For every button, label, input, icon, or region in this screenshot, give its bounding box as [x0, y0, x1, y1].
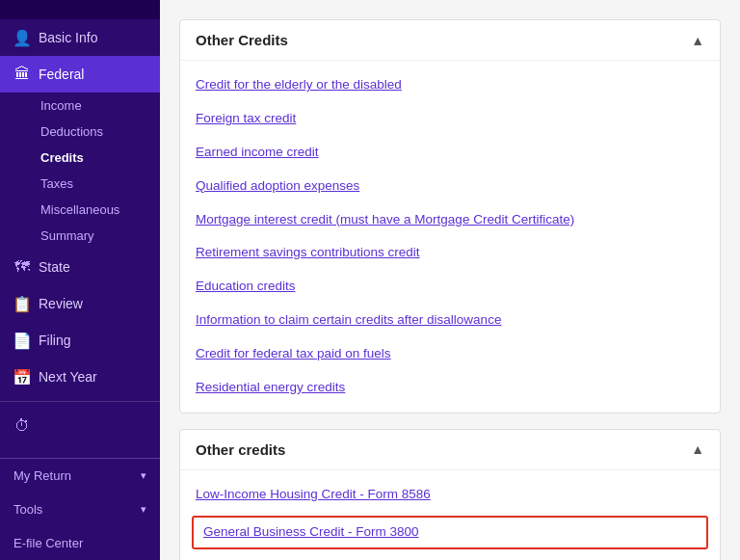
collapse-icon-other-credits-bottom: ▲ [691, 441, 704, 457]
sidebar-subitem-income[interactable]: Income [0, 93, 160, 119]
link-retirement-savings[interactable]: Retirement savings contributions credit [180, 236, 720, 270]
tools-label: Tools [13, 502, 42, 517]
link-earned-income[interactable]: Earned income credit [180, 136, 720, 170]
section-other-credits-top: Other Credits ▲ Credit for the elderly o… [179, 19, 721, 413]
e-file-center-label: E-file Center [13, 536, 83, 550]
section-title-other-credits-bottom: Other credits [196, 441, 285, 458]
link-mortgage-interest[interactable]: Mortgage interest credit (must have a Mo… [180, 203, 720, 237]
sidebar-bottom-items: My Return▾Tools▾E-file Center [0, 459, 160, 560]
federal-icon: 🏛 [13, 66, 31, 83]
sidebar-item-federal[interactable]: 🏛 Federal [0, 56, 160, 93]
link-claim-certain[interactable]: Information to claim certain credits aft… [180, 304, 720, 337]
link-fuel-tax[interactable]: Credit for federal tax paid on fuels [180, 337, 720, 371]
sidebar-item-next-year[interactable]: 📅 Next Year [0, 359, 160, 395]
sidebar-bottom-my-return[interactable]: My Return▾ [0, 459, 160, 493]
sidebar-item-state[interactable]: 🗺 State [0, 249, 160, 285]
sidebar-bottom: My Return▾Tools▾E-file Center [0, 458, 160, 560]
section-other-credits-bottom: Other credits ▲ Low-Income Housing Credi… [179, 429, 721, 560]
federal-label: Federal [39, 67, 84, 82]
link-elderly-disabled[interactable]: Credit for the elderly or the disabled [180, 68, 720, 102]
link-education[interactable]: Education credits [180, 270, 720, 304]
next-year-label: Next Year [39, 369, 97, 385]
my-return-chevron: ▾ [141, 469, 146, 482]
sidebar-subnav-federal: IncomeDeductionsCreditsTaxesMiscellaneou… [0, 93, 160, 249]
sidebar-item-file-extension[interactable]: ⏱ [0, 408, 160, 444]
sidebar-nav: 👤 Basic Info 🏛 Federal IncomeDeductionsC… [0, 19, 160, 395]
link-residential-energy[interactable]: Residential energy credits [180, 371, 720, 405]
filing-label: Filing [39, 333, 70, 348]
next-year-icon: 📅 [13, 368, 31, 386]
state-icon: 🗺 [13, 258, 31, 276]
sidebar: 👤 Basic Info 🏛 Federal IncomeDeductionsC… [0, 0, 160, 560]
collapse-icon-other-credits-top: ▲ [691, 33, 704, 48]
section-links-other-credits-bottom: Low-Income Housing Credit - Form 8586Gen… [180, 470, 720, 560]
link-adoption[interactable]: Qualified adoption expenses [180, 170, 720, 203]
file-extension-icon: ⏱ [13, 417, 31, 435]
section-links-other-credits-top: Credit for the elderly or the disabledFo… [180, 61, 720, 413]
section-header-other-credits-top[interactable]: Other Credits ▲ [180, 20, 720, 61]
sidebar-subitem-taxes[interactable]: Taxes [0, 171, 160, 197]
basic-info-icon: 👤 [13, 29, 31, 46]
sidebar-subitem-credits[interactable]: Credits [0, 145, 160, 171]
section-header-other-credits-bottom[interactable]: Other credits ▲ [180, 430, 720, 470]
sidebar-subitem-summary[interactable]: Summary [0, 223, 160, 249]
sidebar-subitem-deductions[interactable]: Deductions [0, 119, 160, 145]
filing-icon: 📄 [13, 332, 31, 349]
my-return-label: My Return [13, 468, 71, 483]
sidebar-item-filing[interactable]: 📄 Filing [0, 322, 160, 359]
state-label: State [39, 259, 70, 275]
link-low-income-housing[interactable]: Low-Income Housing Credit - Form 8586 [180, 478, 720, 512]
review-icon: 📋 [13, 295, 31, 312]
sidebar-bottom-tools[interactable]: Tools▾ [0, 493, 160, 526]
sections-container: Other Credits ▲ Credit for the elderly o… [179, 19, 721, 560]
tools-chevron: ▾ [141, 503, 146, 516]
main-content: Other Credits ▲ Credit for the elderly o… [160, 0, 740, 560]
sidebar-item-basic-info[interactable]: 👤 Basic Info [0, 19, 160, 56]
review-label: Review [39, 296, 83, 311]
sidebar-header [0, 0, 160, 19]
sidebar-item-review[interactable]: 📋 Review [0, 285, 160, 322]
link-prior-year-min-tax[interactable]: Credit for Prior Year Minimum Tax - Form… [180, 553, 720, 560]
sidebar-bottom-e-file-center[interactable]: E-file Center [0, 526, 160, 560]
section-title-other-credits-top: Other Credits [196, 32, 288, 48]
basic-info-label: Basic Info [39, 30, 97, 45]
link-general-business[interactable]: General Business Credit - Form 3800 [192, 516, 708, 549]
link-foreign-tax[interactable]: Foreign tax credit [180, 102, 720, 136]
sidebar-subitem-miscellaneous[interactable]: Miscellaneous [0, 197, 160, 223]
